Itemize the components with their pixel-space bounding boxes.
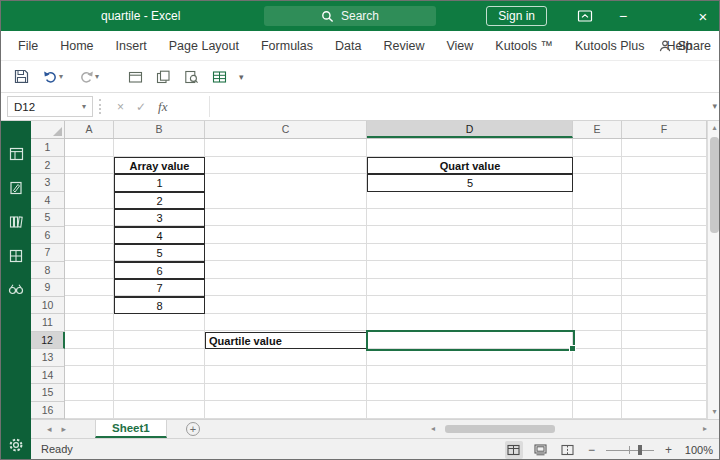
cell-D2[interactable]: Quart value	[367, 157, 573, 175]
row-header-6[interactable]: 6	[31, 227, 64, 245]
vertical-scroll-thumb[interactable]	[710, 137, 719, 233]
name-box-dropdown-icon[interactable]: ▾	[76, 102, 92, 111]
advanced-find-pane-icon[interactable]	[8, 281, 25, 298]
row-header-4[interactable]: 4	[31, 192, 64, 210]
column-header-C[interactable]: C	[205, 121, 367, 138]
cell-B9[interactable]: 7	[114, 279, 205, 297]
scroll-left-icon[interactable]: ◂	[431, 423, 435, 435]
row-header-9[interactable]: 9	[31, 279, 64, 297]
formula-bar-separator[interactable]	[99, 99, 101, 114]
page-break-preview-button[interactable]	[559, 441, 577, 459]
expand-formula-bar-icon[interactable]: ▾	[712, 101, 717, 111]
cell-B7[interactable]: 5	[114, 244, 205, 262]
cancel-formula-icon[interactable]: ×	[117, 100, 124, 114]
zoom-in-icon[interactable]: +	[663, 443, 674, 457]
column-header-D[interactable]: D	[367, 121, 573, 138]
close-button[interactable]: ×	[689, 1, 717, 31]
ribbon-tab-data[interactable]: Data	[324, 31, 372, 61]
scroll-up-icon[interactable]: ▴	[708, 121, 720, 135]
selected-cell-D12[interactable]	[366, 330, 575, 351]
save-button[interactable]	[9, 65, 33, 89]
row-header-2[interactable]: 2	[31, 157, 64, 175]
status-bar: Ready	[31, 438, 720, 460]
table-button[interactable]	[207, 65, 231, 89]
scroll-right-icon[interactable]: ▸	[703, 423, 707, 435]
page-layout-view-button[interactable]	[532, 441, 550, 459]
horizontal-scrollbar[interactable]: ◂ ▸	[431, 423, 707, 435]
cell-B2[interactable]: Array value	[114, 157, 205, 175]
scroll-down-icon[interactable]: ▾	[708, 405, 720, 419]
cells-pane[interactable]: Array value12345678Quart value5Quartile …	[65, 139, 707, 419]
new-window-button[interactable]	[123, 65, 147, 89]
ribbon-tab-formulas[interactable]: Formulas	[250, 31, 324, 61]
cell-B5[interactable]: 3	[114, 209, 205, 227]
copy-button[interactable]	[151, 65, 175, 89]
ribbon-tab-page-layout[interactable]: Page Layout	[158, 31, 250, 61]
sheet-tab-sheet1[interactable]: Sheet1	[95, 420, 167, 438]
row-header-3[interactable]: 3	[31, 174, 64, 192]
zoom-slider-thumb[interactable]	[638, 445, 642, 455]
cell-B3[interactable]: 1	[114, 174, 205, 192]
insert-function-icon[interactable]: fx	[158, 99, 167, 115]
resource-library-icon[interactable]	[8, 179, 25, 196]
formula-input[interactable]	[209, 96, 699, 117]
cell-D3[interactable]: 5	[367, 174, 573, 192]
name-manager-pane-icon[interactable]	[8, 213, 25, 230]
sign-in-button[interactable]: Sign in	[486, 6, 547, 26]
redo-button[interactable]: ▾	[73, 65, 105, 89]
column-list-pane-icon[interactable]	[8, 247, 25, 264]
ribbon-display-options-button[interactable]	[571, 1, 599, 31]
zoom-out-icon[interactable]: −	[586, 443, 597, 457]
row-header-10[interactable]: 10	[31, 297, 64, 315]
ribbon-tab-kutools-plus[interactable]: Kutools Plus	[564, 31, 655, 61]
ribbon-tab-home[interactable]: Home	[49, 31, 104, 61]
row-header-14[interactable]: 14	[31, 367, 64, 385]
vertical-scrollbar[interactable]: ▴ ▾	[707, 121, 720, 419]
row-header-16[interactable]: 16	[31, 402, 64, 420]
row-header-12[interactable]: 12	[31, 332, 65, 350]
minimize-button[interactable]: −	[609, 1, 637, 31]
ribbon-tab-insert[interactable]: Insert	[105, 31, 158, 61]
previous-sheet-icon[interactable]: ◂	[47, 424, 52, 434]
search-box[interactable]: Search	[264, 6, 436, 26]
ribbon-tab-review[interactable]: Review	[372, 31, 435, 61]
row-header-1[interactable]: 1	[31, 139, 64, 157]
cell-B6[interactable]: 4	[114, 227, 205, 245]
row-header-15[interactable]: 15	[31, 384, 64, 402]
row-header-5[interactable]: 5	[31, 209, 64, 227]
name-box[interactable]: D12 ▾	[7, 96, 93, 117]
column-header-F[interactable]: F	[622, 121, 707, 138]
next-sheet-icon[interactable]: ▸	[62, 424, 67, 434]
zoom-level[interactable]: 100%	[683, 444, 713, 456]
ribbon-tab-kutools[interactable]: Kutools ™	[484, 31, 564, 61]
zoom-slider[interactable]	[606, 443, 654, 457]
fill-handle[interactable]	[569, 345, 576, 352]
normal-view-button[interactable]	[505, 441, 523, 459]
cell-C12[interactable]: Quartile value	[205, 332, 367, 350]
redo-dropdown-icon[interactable]: ▾	[95, 73, 99, 81]
row-header-11[interactable]: 11	[31, 314, 64, 332]
ribbon-tab-view[interactable]: View	[435, 31, 484, 61]
undo-button[interactable]: ▾	[37, 65, 69, 89]
enter-formula-icon[interactable]: ✓	[136, 100, 146, 114]
row-header-7[interactable]: 7	[31, 244, 64, 262]
ribbon-tab-file[interactable]: File	[7, 31, 49, 61]
column-header-A[interactable]: A	[65, 121, 114, 138]
horizontal-scroll-thumb[interactable]	[445, 425, 555, 433]
row-header-8[interactable]: 8	[31, 262, 64, 280]
new-sheet-button[interactable]: +	[186, 422, 200, 436]
undo-dropdown-icon[interactable]: ▾	[59, 73, 63, 81]
print-preview-button[interactable]	[179, 65, 203, 89]
column-header-E[interactable]: E	[573, 121, 622, 138]
workbook-sheet-pane-icon[interactable]	[8, 145, 25, 162]
select-all-button[interactable]	[31, 121, 65, 139]
share-button[interactable]: Share	[658, 31, 711, 61]
customize-qat-icon[interactable]: ▾	[239, 72, 244, 82]
cell-B4[interactable]: 2	[114, 192, 205, 210]
cell-B8[interactable]: 6	[114, 262, 205, 280]
column-header-B[interactable]: B	[114, 121, 205, 138]
cell-B10[interactable]: 8	[114, 297, 205, 315]
share-icon	[658, 39, 672, 53]
row-header-13[interactable]: 13	[31, 349, 64, 367]
settings-gear-icon[interactable]	[8, 436, 25, 453]
